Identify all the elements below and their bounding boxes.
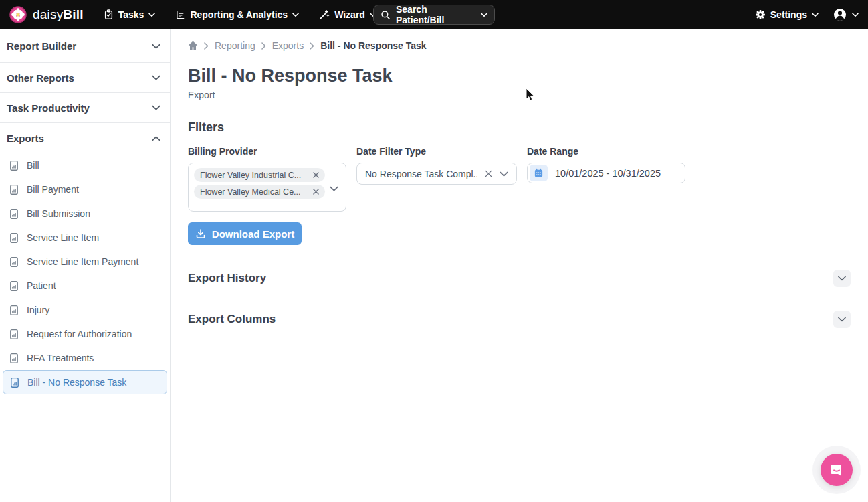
user-avatar-icon: [833, 8, 847, 21]
export-history-toggle-button[interactable]: [833, 270, 851, 287]
date-range-filter: Date Range 10/01/2025 -: [527, 146, 685, 212]
billing-provider-multiselect[interactable]: Flower Valley Industrial C... Flower Val…: [188, 163, 346, 212]
date-range-label: Date Range: [527, 146, 685, 157]
billing-provider-label: Billing Provider: [188, 146, 346, 157]
daisy-flower-icon: [9, 6, 27, 23]
sidebar: Report Builder Other Reports Task Produc…: [0, 29, 171, 502]
nav-reporting-analytics[interactable]: Reporting & Analytics: [175, 9, 299, 20]
date-filter-type-label: Date Filter Type: [356, 146, 517, 157]
remove-chip-icon[interactable]: [313, 189, 319, 195]
download-export-button[interactable]: Download Export: [188, 222, 302, 245]
sidebar-section-other-reports[interactable]: Other Reports: [0, 63, 170, 93]
chevron-down-icon: [812, 13, 819, 17]
document-chart-icon: [9, 232, 19, 244]
sidebar-section-report-builder[interactable]: Report Builder: [0, 29, 170, 63]
chevron-down-icon[interactable]: [330, 182, 338, 194]
chevron-down-icon: [152, 105, 160, 110]
document-chart-icon: [9, 305, 19, 316]
chevron-down-icon: [148, 13, 155, 17]
sidebar-item-injury[interactable]: Injury: [0, 298, 170, 322]
chevron-up-icon: [152, 136, 160, 141]
home-icon[interactable]: [188, 41, 198, 50]
sidebar-item-bill-payment[interactable]: Bill Payment: [0, 177, 170, 201]
clipboard-icon: [104, 9, 114, 20]
sidebar-item-bill[interactable]: Bill: [0, 153, 170, 177]
document-chart-icon: [9, 353, 19, 364]
export-history-section: Export History: [171, 258, 868, 299]
search-icon: [381, 10, 391, 20]
chevron-down-icon: [500, 171, 508, 177]
sidebar-section-task-productivity[interactable]: Task Productivity: [0, 93, 170, 123]
document-chart-icon: [9, 184, 19, 195]
search-patient-bill[interactable]: Search Patient/Bill: [373, 5, 495, 25]
document-chart-icon: [9, 208, 19, 220]
breadcrumb-exports[interactable]: Exports: [272, 40, 304, 51]
document-chart-icon: [9, 160, 19, 171]
date-filter-type-select[interactable]: No Response Task Compl...: [356, 163, 517, 185]
chart-icon: [175, 10, 185, 20]
sidebar-item-patient[interactable]: Patient: [0, 274, 170, 298]
sidebar-item-service-line-item-payment[interactable]: Service Line Item Payment: [0, 250, 170, 274]
chevron-down-icon: [838, 276, 846, 281]
chevron-down-icon: [481, 13, 487, 17]
filters-heading: Filters: [188, 120, 851, 135]
breadcrumb-reporting[interactable]: Reporting: [215, 40, 255, 51]
breadcrumb-separator-icon: [204, 42, 209, 50]
brand-name: daisyBill: [33, 7, 84, 22]
document-chart-icon: [9, 280, 19, 292]
chat-bubble-icon: [829, 462, 845, 478]
chevron-down-icon: [852, 13, 859, 17]
chat-launcher-button[interactable]: [821, 454, 853, 486]
clear-selection-icon[interactable]: [485, 170, 492, 177]
sidebar-item-rfa-treatments[interactable]: RFA Treatments: [0, 346, 170, 370]
nav-wizard[interactable]: Wizard: [319, 9, 376, 20]
top-navbar: daisyBill Tasks Reporting & Analytics: [0, 0, 868, 29]
breadcrumb-separator-icon: [310, 42, 314, 50]
breadcrumb-current: Bill - No Response Task: [320, 40, 426, 51]
calendar-icon: [530, 165, 548, 181]
billing-provider-chip: Flower Valley Industrial C...: [194, 168, 325, 182]
date-filter-type-filter: Date Filter Type No Response Task Compl.…: [356, 146, 517, 212]
chevron-down-icon: [152, 44, 160, 49]
chevron-down-icon: [838, 317, 846, 322]
document-chart-icon: [9, 377, 20, 388]
sidebar-section-exports[interactable]: Exports: [0, 123, 170, 153]
export-history-title: Export History: [188, 272, 266, 285]
billing-provider-chip: Flower Valley Medical Ce...: [194, 185, 325, 199]
nav-settings[interactable]: Settings: [755, 9, 819, 20]
export-columns-toggle-button[interactable]: [833, 311, 851, 328]
remove-chip-icon[interactable]: [313, 172, 319, 178]
nav-tasks[interactable]: Tasks: [104, 9, 156, 20]
export-columns-section: Export Columns: [171, 299, 868, 339]
page-subtitle: Export: [188, 90, 851, 100]
sidebar-item-request-for-authorization[interactable]: Request for Authorization: [0, 322, 170, 346]
breadcrumb: Reporting Exports Bill - No Response Tas…: [188, 40, 851, 51]
page-title: Bill - No Response Task: [188, 66, 851, 86]
search-placeholder: Search Patient/Bill: [396, 4, 475, 25]
magic-wand-icon: [319, 9, 330, 20]
document-chart-icon: [9, 256, 19, 268]
breadcrumb-separator-icon: [261, 42, 266, 50]
sidebar-item-bill-no-response-task[interactable]: Bill - No Response Task: [3, 370, 167, 394]
sidebar-item-bill-submission[interactable]: Bill Submission: [0, 201, 170, 226]
nav-user-menu[interactable]: [833, 8, 859, 21]
main-content: Reporting Exports Bill - No Response Tas…: [171, 29, 868, 502]
document-chart-icon: [9, 329, 19, 340]
date-range-value: 10/01/2025 - 10/31/2025: [555, 168, 661, 179]
download-icon: [195, 228, 206, 239]
export-columns-title: Export Columns: [188, 313, 276, 326]
chevron-down-icon: [152, 75, 160, 80]
gear-icon: [755, 9, 766, 20]
date-range-input[interactable]: 10/01/2025 - 10/31/2025: [527, 163, 685, 183]
chevron-down-icon: [292, 13, 299, 17]
billing-provider-filter: Billing Provider Flower Valley Industria…: [188, 146, 346, 212]
sidebar-item-service-line-item[interactable]: Service Line Item: [0, 226, 170, 250]
daisybill-logo[interactable]: daisyBill: [9, 6, 84, 23]
